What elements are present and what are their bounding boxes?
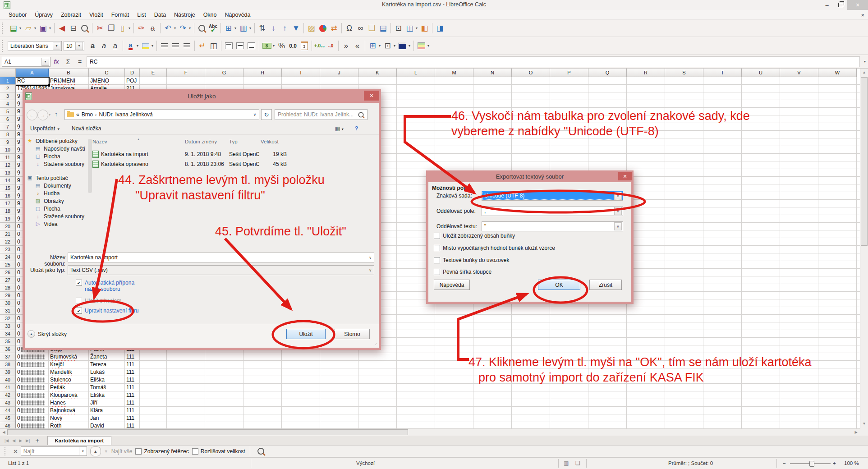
chevron-down-icon[interactable]: ∨ bbox=[614, 207, 622, 215]
zoom-slider-thumb[interactable] bbox=[809, 461, 814, 467]
chevron-down-icon[interactable]: ∨ bbox=[369, 268, 372, 272]
cell-a46[interactable]: 0 bbox=[17, 422, 49, 428]
selection-mode-icon[interactable]: ▥ bbox=[564, 460, 569, 466]
cell-a16[interactable]: 9 bbox=[17, 192, 22, 200]
export-dialog-title-bar[interactable]: Exportovat textový soubor × bbox=[426, 170, 634, 182]
cell-a15[interactable]: 9 bbox=[17, 184, 22, 192]
file-row-kartoteka-na-import[interactable]: Kartotéka na import9. 1. 2018 9:48Sešit … bbox=[92, 150, 291, 159]
align-left-icon[interactable] bbox=[159, 40, 170, 52]
column-header-v[interactable]: V bbox=[780, 69, 818, 77]
decrease-indent-icon[interactable]: « bbox=[352, 40, 363, 52]
cell-a17[interactable]: 9 bbox=[17, 200, 22, 207]
chevron-down-icon[interactable]: ▾ bbox=[75, 42, 83, 50]
row-header-15[interactable]: 15 bbox=[0, 184, 16, 192]
column-header-d[interactable]: D bbox=[125, 69, 140, 77]
font-size-combo[interactable]: 10 ▾ bbox=[64, 41, 84, 51]
paste-icon[interactable]: ▯ bbox=[117, 23, 128, 34]
file-row-kartoteka-opraveno[interactable]: Kartotéka opraveno8. 1. 2018 23:06Sešit … bbox=[92, 160, 291, 169]
cell-b39[interactable]: Mandelík bbox=[50, 368, 89, 376]
cell-a33[interactable]: 0 bbox=[17, 322, 22, 330]
cell-a4[interactable]: 9 bbox=[17, 100, 22, 108]
find-previous-icon[interactable]: ▲ bbox=[90, 446, 101, 456]
row-header-19[interactable]: 19 bbox=[0, 215, 16, 223]
row-header-17[interactable]: 17 bbox=[0, 200, 16, 207]
name-box[interactable]: A1 ▾ bbox=[2, 57, 51, 67]
row-header-21[interactable]: 21 bbox=[0, 230, 16, 238]
cell-c46[interactable]: David bbox=[90, 422, 125, 428]
wrap-text-icon[interactable]: ↵ bbox=[197, 40, 208, 52]
checked-checkbox[interactable]: ✔ bbox=[76, 280, 82, 286]
column-header-q[interactable]: Q bbox=[588, 69, 627, 77]
cell-c42[interactable]: Eliška bbox=[90, 391, 125, 399]
cell-a30[interactable]: 0 bbox=[17, 299, 22, 307]
row-header-24[interactable]: 24 bbox=[0, 253, 16, 261]
cell-b45[interactable]: Nový bbox=[50, 414, 89, 422]
cell-a19[interactable]: 9 bbox=[17, 215, 22, 223]
grid-corner[interactable] bbox=[0, 69, 16, 77]
scroll-down-icon[interactable]: ▼ bbox=[860, 420, 868, 428]
sidebar-item-plocha[interactable]: ▢Plocha bbox=[27, 205, 90, 212]
row-header-4[interactable]: 4 bbox=[0, 100, 16, 108]
close-icon[interactable]: × bbox=[364, 91, 379, 101]
find-all-label[interactable]: Najít vše bbox=[111, 448, 133, 455]
spelling-icon[interactable]: Abc✔ bbox=[207, 23, 219, 34]
cell-c37[interactable]: Žaneta bbox=[90, 353, 125, 361]
increase-indent-icon[interactable]: » bbox=[340, 40, 352, 52]
expand-formula-bar-icon[interactable]: ▾ bbox=[862, 60, 868, 64]
open-icon[interactable]: ▱ bbox=[23, 23, 34, 34]
autofilter-icon[interactable]: ▼ bbox=[290, 23, 302, 34]
sheet-tab-active[interactable]: Kartotéka na import bbox=[47, 436, 112, 445]
row-header-20[interactable]: 20 bbox=[0, 223, 16, 230]
row-header-43[interactable]: 43 bbox=[0, 399, 16, 407]
clear-formatting-icon[interactable]: a bbox=[147, 23, 158, 34]
sort-ascending-icon[interactable]: ↓ bbox=[268, 23, 279, 34]
cell-a44[interactable]: 0 bbox=[17, 407, 49, 414]
cell-c39[interactable]: Lukáš bbox=[90, 368, 125, 376]
cell-d43[interactable]: 111 bbox=[126, 399, 140, 407]
cancel-button[interactable]: Zrušit bbox=[589, 280, 622, 290]
redo-dropdown-icon[interactable]: ▾ bbox=[188, 23, 192, 34]
number-format-icon[interactable]: 0.0 bbox=[287, 40, 299, 52]
file-list-header-typ[interactable]: Typ bbox=[229, 139, 238, 144]
chevron-down-icon[interactable]: ∨ bbox=[614, 192, 622, 200]
menu-list[interactable]: List bbox=[133, 10, 150, 19]
unchecked-checkbox[interactable] bbox=[434, 233, 440, 239]
column-header-p[interactable]: P bbox=[550, 69, 588, 77]
chevron-down-icon[interactable]: ▾ bbox=[53, 42, 60, 50]
unchecked-checkbox[interactable] bbox=[434, 269, 440, 275]
sidebar-item-dokumenty[interactable]: ▤Dokumenty bbox=[27, 182, 90, 189]
cell-d46[interactable]: 111 bbox=[126, 422, 140, 428]
cell-a8[interactable]: 9 bbox=[17, 131, 22, 138]
save-option-upravit-nastaveni-filtru[interactable]: ✔Upravit nastavení filtru bbox=[76, 308, 138, 314]
cell-d44[interactable]: 111 bbox=[126, 407, 140, 414]
menu-vlozit[interactable]: Vložit bbox=[85, 10, 107, 19]
cell-a24[interactable]: 0 bbox=[17, 253, 22, 261]
cell-c45[interactable]: Jan bbox=[90, 414, 125, 422]
cell-d39[interactable]: 111 bbox=[126, 368, 140, 376]
formula-input[interactable]: RC bbox=[87, 56, 860, 67]
cell-b38[interactable]: Krejčí bbox=[50, 361, 89, 368]
export-option-ulozit-zobrazeny-obsah-bunky[interactable]: Uložit zobrazený obsah buňky bbox=[434, 233, 515, 239]
cell-a20[interactable]: 0 bbox=[17, 223, 22, 230]
highlight-color-icon[interactable] bbox=[140, 40, 151, 52]
print-preview-icon[interactable] bbox=[79, 23, 90, 34]
scroll-right-icon[interactable]: ▶ bbox=[852, 428, 860, 436]
align-right-icon[interactable] bbox=[181, 40, 193, 52]
column-header-f[interactable]: F bbox=[167, 69, 205, 77]
minimize-button[interactable]: – bbox=[820, 0, 834, 10]
cell-b44[interactable]: Bajnoková bbox=[50, 407, 89, 414]
chevron-down-icon[interactable]: ▾ bbox=[79, 447, 87, 455]
cell-b1[interactable]: PRIJMENI bbox=[50, 77, 89, 85]
headers-footers-icon[interactable]: ▤ bbox=[377, 23, 389, 34]
address-bar[interactable]: « Brno › NUDr. Ivana Jelínková ∨ bbox=[64, 109, 259, 120]
export-option-pevna-sirka-sloupce[interactable]: Pevná šířka sloupce bbox=[434, 269, 491, 275]
unchecked-checkbox[interactable] bbox=[434, 257, 440, 263]
font-color-dropdown-icon[interactable]: ▾ bbox=[135, 40, 140, 52]
cell-a10[interactable]: 9 bbox=[17, 146, 22, 154]
column-dropdown-icon[interactable]: ▾ bbox=[248, 23, 253, 34]
cell-a25[interactable]: 0 bbox=[17, 261, 22, 269]
close-button[interactable]: × bbox=[847, 0, 868, 10]
open-dropdown-icon[interactable]: ▾ bbox=[33, 23, 37, 34]
column-header-t[interactable]: T bbox=[703, 69, 742, 77]
sort-icon[interactable]: ⇅ bbox=[257, 23, 268, 34]
